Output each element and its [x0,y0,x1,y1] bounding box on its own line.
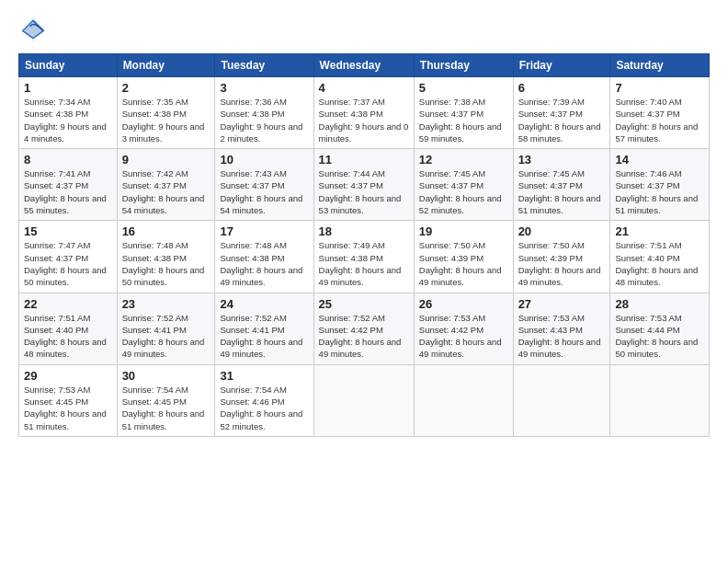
day-number: 19 [419,224,508,238]
day-cell: 25 Sunrise: 7:52 AMSunset: 4:42 PMDaylig… [313,293,414,364]
day-info: Sunrise: 7:54 AMSunset: 4:45 PMDaylight:… [122,385,205,431]
day-number: 21 [615,224,704,238]
day-number: 1 [24,81,112,95]
day-cell: 11 Sunrise: 7:44 AMSunset: 4:37 PMDaylig… [313,149,414,221]
header-cell-tuesday: Tuesday [215,54,313,77]
day-cell: 22 Sunrise: 7:51 AMSunset: 4:40 PMDaylig… [19,293,118,364]
day-cell: 26 Sunrise: 7:53 AMSunset: 4:42 PMDaylig… [414,293,513,364]
day-info: Sunrise: 7:51 AMSunset: 4:40 PMDaylight:… [24,313,107,360]
day-info: Sunrise: 7:52 AMSunset: 4:41 PMDaylight:… [220,313,302,360]
day-number: 22 [24,297,112,311]
day-info: Sunrise: 7:52 AMSunset: 4:42 PMDaylight:… [319,313,402,360]
calendar-table: SundayMondayTuesdayWednesdayThursdayFrid… [18,53,710,437]
day-number: 24 [220,297,308,311]
day-info: Sunrise: 7:47 AMSunset: 4:37 PMDaylight:… [24,240,107,287]
day-number: 12 [419,153,508,167]
day-cell: 5 Sunrise: 7:38 AMSunset: 4:37 PMDayligh… [414,77,513,149]
day-cell: 30 Sunrise: 7:54 AMSunset: 4:45 PMDaylig… [117,364,215,436]
day-number: 7 [615,81,704,95]
day-number: 17 [220,224,308,238]
day-cell: 3 Sunrise: 7:36 AMSunset: 4:38 PMDayligh… [215,77,313,149]
day-info: Sunrise: 7:37 AMSunset: 4:38 PMDaylight:… [319,97,409,144]
logo [18,15,51,44]
header-cell-wednesday: Wednesday [313,54,414,77]
day-cell [414,364,513,436]
day-number: 25 [319,297,409,311]
day-cell: 27 Sunrise: 7:53 AMSunset: 4:43 PMDaylig… [513,293,610,364]
day-number: 23 [122,297,210,311]
day-number: 6 [518,81,606,95]
day-info: Sunrise: 7:44 AMSunset: 4:37 PMDaylight:… [319,168,402,215]
day-cell: 8 Sunrise: 7:41 AMSunset: 4:37 PMDayligh… [19,149,118,221]
day-cell: 16 Sunrise: 7:48 AMSunset: 4:38 PMDaylig… [117,221,215,293]
day-number: 30 [122,369,210,383]
week-row-1: 1 Sunrise: 7:34 AMSunset: 4:38 PMDayligh… [19,77,710,149]
day-cell: 23 Sunrise: 7:52 AMSunset: 4:41 PMDaylig… [117,293,215,364]
day-cell: 13 Sunrise: 7:45 AMSunset: 4:37 PMDaylig… [513,149,610,221]
day-number: 26 [419,297,508,311]
day-cell: 28 Sunrise: 7:53 AMSunset: 4:44 PMDaylig… [610,293,710,364]
day-cell: 24 Sunrise: 7:52 AMSunset: 4:41 PMDaylig… [215,293,313,364]
calendar-header: SundayMondayTuesdayWednesdayThursdayFrid… [19,54,710,77]
day-number: 13 [518,153,606,167]
day-number: 4 [319,81,409,95]
day-cell [313,364,414,436]
day-info: Sunrise: 7:42 AMSunset: 4:37 PMDaylight:… [122,168,205,215]
day-cell [513,364,610,436]
day-cell: 7 Sunrise: 7:40 AMSunset: 4:37 PMDayligh… [610,77,710,149]
header-cell-thursday: Thursday [414,54,513,77]
header-row: SundayMondayTuesdayWednesdayThursdayFrid… [19,54,710,77]
day-cell: 19 Sunrise: 7:50 AMSunset: 4:39 PMDaylig… [414,221,513,293]
day-number: 9 [122,153,210,167]
day-number: 3 [220,81,308,95]
day-info: Sunrise: 7:34 AMSunset: 4:38 PMDaylight:… [24,97,107,144]
day-cell: 4 Sunrise: 7:37 AMSunset: 4:38 PMDayligh… [313,77,414,149]
day-info: Sunrise: 7:54 AMSunset: 4:46 PMDaylight:… [220,385,302,431]
day-number: 8 [24,153,112,167]
day-info: Sunrise: 7:53 AMSunset: 4:42 PMDaylight:… [419,313,502,360]
day-info: Sunrise: 7:50 AMSunset: 4:39 PMDaylight:… [419,240,502,287]
day-cell: 15 Sunrise: 7:47 AMSunset: 4:37 PMDaylig… [19,221,118,293]
day-info: Sunrise: 7:50 AMSunset: 4:39 PMDaylight:… [518,240,601,287]
day-info: Sunrise: 7:53 AMSunset: 4:44 PMDaylight:… [615,313,698,360]
day-cell: 2 Sunrise: 7:35 AMSunset: 4:38 PMDayligh… [117,77,215,149]
day-info: Sunrise: 7:36 AMSunset: 4:38 PMDaylight:… [220,97,302,144]
day-info: Sunrise: 7:43 AMSunset: 4:37 PMDaylight:… [220,168,302,215]
day-cell [610,364,710,436]
logo-icon [18,15,48,44]
calendar-body: 1 Sunrise: 7:34 AMSunset: 4:38 PMDayligh… [19,77,710,437]
day-info: Sunrise: 7:48 AMSunset: 4:38 PMDaylight:… [220,240,302,287]
day-number: 10 [220,153,308,167]
day-info: Sunrise: 7:41 AMSunset: 4:37 PMDaylight:… [24,168,107,215]
header-cell-monday: Monday [117,54,215,77]
day-info: Sunrise: 7:45 AMSunset: 4:37 PMDaylight:… [518,168,601,215]
header-cell-sunday: Sunday [19,54,118,77]
day-number: 15 [24,224,112,238]
week-row-3: 15 Sunrise: 7:47 AMSunset: 4:37 PMDaylig… [19,221,710,293]
day-number: 29 [24,369,112,383]
day-number: 14 [615,153,704,167]
day-number: 11 [319,153,409,167]
day-info: Sunrise: 7:40 AMSunset: 4:37 PMDaylight:… [615,97,698,144]
day-info: Sunrise: 7:38 AMSunset: 4:37 PMDaylight:… [419,97,502,144]
day-number: 31 [220,369,308,383]
day-info: Sunrise: 7:45 AMSunset: 4:37 PMDaylight:… [419,168,502,215]
day-info: Sunrise: 7:53 AMSunset: 4:45 PMDaylight:… [24,385,107,431]
day-number: 2 [122,81,210,95]
day-info: Sunrise: 7:52 AMSunset: 4:41 PMDaylight:… [122,313,205,360]
week-row-5: 29 Sunrise: 7:53 AMSunset: 4:45 PMDaylig… [19,364,710,436]
day-info: Sunrise: 7:49 AMSunset: 4:38 PMDaylight:… [319,240,402,287]
day-info: Sunrise: 7:39 AMSunset: 4:37 PMDaylight:… [518,97,601,144]
day-number: 18 [319,224,409,238]
day-cell: 14 Sunrise: 7:46 AMSunset: 4:37 PMDaylig… [610,149,710,221]
day-cell: 29 Sunrise: 7:53 AMSunset: 4:45 PMDaylig… [19,364,118,436]
day-cell: 12 Sunrise: 7:45 AMSunset: 4:37 PMDaylig… [414,149,513,221]
page: SundayMondayTuesdayWednesdayThursdayFrid… [0,0,728,563]
day-number: 16 [122,224,210,238]
day-info: Sunrise: 7:35 AMSunset: 4:38 PMDaylight:… [122,97,205,144]
day-cell: 9 Sunrise: 7:42 AMSunset: 4:37 PMDayligh… [117,149,215,221]
day-cell: 18 Sunrise: 7:49 AMSunset: 4:38 PMDaylig… [313,221,414,293]
week-row-4: 22 Sunrise: 7:51 AMSunset: 4:40 PMDaylig… [19,293,710,364]
header-cell-friday: Friday [513,54,610,77]
header [18,15,710,44]
